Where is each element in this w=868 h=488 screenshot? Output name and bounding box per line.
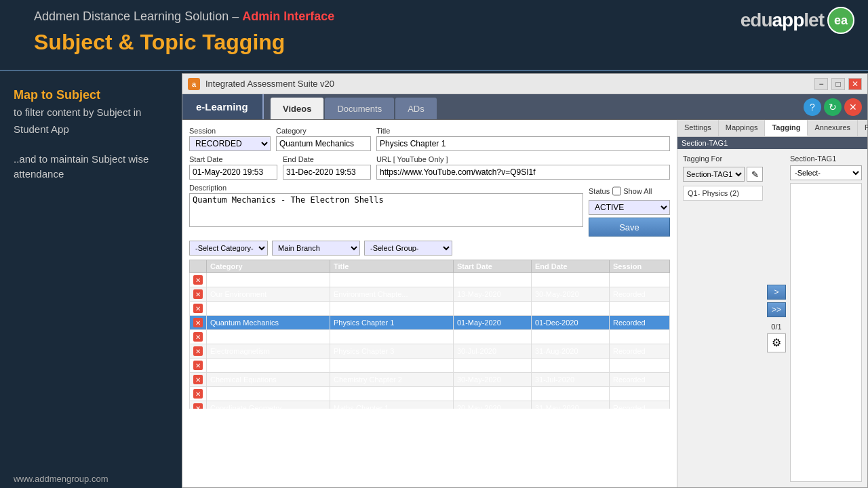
filter-category-select[interactable]: -Select Category-	[189, 241, 268, 256]
save-button[interactable]: Save	[589, 218, 670, 237]
desc-textarea[interactable]: Quantum Mechanics - The Electron Shells	[189, 193, 583, 227]
end-date-input[interactable]	[283, 165, 371, 180]
center-buttons: > >> 0/1 ⚙	[767, 155, 786, 482]
cell-session: Recorded	[609, 287, 669, 302]
tagging-edit-button[interactable]: ✎	[747, 167, 763, 182]
cell-end: 31-Aug-2020	[531, 344, 609, 359]
arrow-single-button[interactable]: >	[767, 285, 786, 300]
nav-tabs: Videos Documents ADs	[264, 94, 443, 119]
table-row[interactable]: ✕ Periodic Table Chemistry Chapter 3 01-…	[190, 387, 670, 401]
show-all-checkbox-area: Show All	[612, 184, 652, 199]
sub-tabs: Settings Mappings Tagging Annexures Prev…	[677, 120, 867, 137]
sub-tab-annexures[interactable]: Annexures	[808, 120, 858, 136]
desc-label: Description	[189, 184, 583, 192]
row-delete-button[interactable]: ✕	[193, 389, 203, 399]
cell-session: Recorded	[609, 359, 669, 373]
tagging-for-select[interactable]: Section-TAG1	[683, 167, 745, 182]
table-row[interactable]: ✕ Food Making in Plants Environment Chap…	[190, 273, 670, 287]
row-delete-button[interactable]: ✕	[193, 361, 203, 370]
sub-tab-mappings[interactable]: Mappings	[719, 120, 766, 136]
table-row[interactable]: ✕ Electromagnetism Physics Chapter 3 30-…	[190, 344, 670, 359]
form-area: Session RECORDED Category Title Start	[182, 120, 677, 487]
row-delete-button[interactable]: ✕	[193, 375, 203, 384]
tab-documents[interactable]: Documents	[325, 98, 394, 119]
arrow-double-button[interactable]: >>	[767, 302, 786, 317]
row-delete-button[interactable]: ✕	[193, 289, 203, 299]
logo-let: let	[804, 9, 824, 30]
table-row[interactable]: ✕ Crop Production & Mgmt Environment Cha…	[190, 302, 670, 316]
app-title: Addmen Distance Learning Solution – Admi…	[34, 9, 334, 24]
refresh-button[interactable]: ↻	[824, 98, 842, 116]
start-date-label: Start Date	[189, 155, 277, 163]
session-select[interactable]: RECORDED	[189, 136, 271, 151]
cell-category: Periodic Table	[207, 330, 330, 344]
tagging-for-label: Tagging For	[683, 155, 763, 163]
cell-category: Our Environment	[207, 287, 330, 302]
cell-start: 20-May-2020	[453, 401, 531, 409]
row-delete-button[interactable]: ✕	[193, 304, 203, 313]
row-delete-button[interactable]: ✕	[193, 318, 203, 327]
sub-tab-preview[interactable]: Preview	[858, 120, 868, 136]
cell-session: Recorded	[609, 302, 669, 316]
minimize-button[interactable]: −	[814, 78, 828, 90]
right-panel: Settings Mappings Tagging Annexures Prev…	[677, 120, 867, 487]
table-header-row: Category Title Start Date End Date Sessi…	[190, 260, 670, 273]
tab-ads[interactable]: ADs	[395, 98, 437, 119]
form-row-1: Session RECORDED Category Title	[189, 127, 670, 151]
category-input[interactable]	[276, 136, 371, 151]
cell-title: Environment Chapte...	[330, 287, 453, 302]
desc-field: Description Quantum Mechanics - The Elec…	[189, 184, 583, 227]
exit-button[interactable]: ✕	[844, 98, 862, 116]
maximize-button[interactable]: □	[831, 78, 845, 90]
cell-session: Recorded	[609, 273, 669, 287]
window-controls: − □ ✕	[814, 78, 862, 90]
gear-button[interactable]: ⚙	[767, 333, 786, 352]
col-del	[190, 260, 207, 273]
table-row[interactable]: ✕ Quantum Mechanics Physics Chapter 1 01…	[190, 316, 670, 330]
main-window: a Integrated Assessment Suite v20 − □ ✕ …	[182, 73, 868, 488]
start-date-input[interactable]	[189, 165, 277, 180]
filter-branch-select[interactable]: Main Branch	[272, 241, 360, 256]
bottom-url: www.addmengroup.com	[14, 474, 108, 484]
cell-category: Mole Concept	[207, 359, 330, 373]
cell-end: 30-May-2020	[531, 287, 609, 302]
app-title-highlight: Admin Interface	[242, 9, 334, 23]
cell-category: Chemical Equations	[207, 373, 330, 387]
logo-text: eduapplet	[741, 9, 824, 31]
tab-videos[interactable]: Videos	[271, 98, 323, 119]
sub-tab-tagging[interactable]: Tagging	[765, 120, 808, 136]
col-title: Title	[330, 260, 453, 273]
close-button[interactable]: ✕	[848, 78, 862, 90]
tab-elearning[interactable]: e-Learning	[182, 94, 264, 119]
window-icon: a	[188, 78, 200, 90]
help-button[interactable]: ?	[804, 98, 821, 116]
cell-session: Recorded	[609, 330, 669, 344]
status-select[interactable]: ACTIVE	[589, 200, 670, 215]
row-delete-button[interactable]: ✕	[193, 346, 203, 356]
cell-end: 31-May-2020	[531, 273, 609, 287]
col-category: Category	[207, 260, 330, 273]
table-row[interactable]: ✕ Chemical Equations Chemistry Chapter 2…	[190, 373, 670, 387]
table-row[interactable]: ✕ Periodic Table Physics Chapter 2 30-Ma…	[190, 330, 670, 344]
row-delete-button[interactable]: ✕	[193, 275, 203, 285]
category-field: Category	[276, 127, 371, 151]
tab-icons: ? ↻ ✕	[804, 94, 867, 119]
status-field: Status Show All ACTIVE	[589, 184, 670, 215]
table-row[interactable]: ✕ Our Environment Environment Chapte... …	[190, 287, 670, 302]
title-input[interactable]	[376, 136, 670, 151]
show-all-checkbox[interactable]	[612, 184, 621, 199]
row-delete-button[interactable]: ✕	[193, 332, 203, 342]
cell-end: 31-Dec-2020	[531, 387, 609, 401]
show-all-label: Show All	[623, 187, 652, 195]
url-input[interactable]	[376, 165, 670, 180]
filter-group-select[interactable]: -Select Group-	[364, 241, 452, 256]
table-row[interactable]: ✕ Mole Concept Chemistry Chapter 1 01-Ma…	[190, 359, 670, 373]
row-delete-button[interactable]: ✕	[193, 403, 203, 409]
table-row[interactable]: ✕ Coordinate Geometry Maths Chapter 1 20…	[190, 401, 670, 409]
cell-start: 13-May-2020	[453, 287, 531, 302]
sub-tab-settings[interactable]: Settings	[677, 120, 719, 136]
cell-title: Physics Chapter 3	[330, 344, 453, 359]
category-label: Category	[276, 127, 371, 135]
section-tag-select[interactable]: -Select-	[790, 165, 862, 180]
tag-list-item[interactable]: Q1- Physics (2)	[683, 186, 763, 201]
